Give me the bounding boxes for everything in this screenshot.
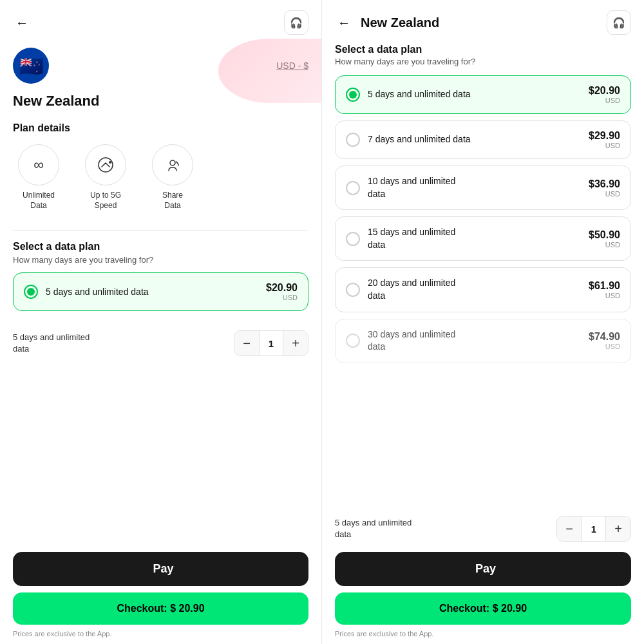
plan-item-3-price-col: $50.90 USD xyxy=(589,229,620,249)
plan-item-3-left: 15 days and unlimiteddata xyxy=(346,226,455,251)
plan-item-4-price-col: $61.90 USD xyxy=(589,280,620,299)
right-checkout-button[interactable]: Checkout: $ 20.90 xyxy=(335,592,631,625)
selected-plan-currency: USD xyxy=(266,294,298,301)
right-select-plan-subtitle: How many days are you traveling for? xyxy=(322,57,644,73)
right-quantity-value: 1 xyxy=(582,516,606,541)
plan-details-title: Plan details xyxy=(13,122,308,134)
share-data-icon xyxy=(152,144,193,185)
plan-item-3-radio xyxy=(346,232,360,246)
plan-item-4-price: $61.90 xyxy=(589,280,620,292)
quantity-decrease-button[interactable]: − xyxy=(234,331,259,355)
checkout-button[interactable]: Checkout: $ 20.90 xyxy=(13,592,308,625)
feature-5g-speed: Up to 5GSpeed xyxy=(80,144,131,211)
right-apple-pay-label: Pay xyxy=(475,562,496,576)
selected-plan-price-col: $20.90 USD xyxy=(266,282,298,301)
plan-item-3-currency: USD xyxy=(589,241,620,249)
plan-item-4-radio xyxy=(346,283,360,297)
5g-speed-label: Up to 5GSpeed xyxy=(90,191,121,211)
plan-item-0-price-col: $20.90 USD xyxy=(589,85,620,104)
selected-plan-price: $20.90 xyxy=(266,282,298,294)
select-plan-section: Select a data plan How many days are you… xyxy=(0,238,321,324)
features-row: ∞ UnlimitedData Up to 5GSpeed xyxy=(13,144,308,211)
plan-item-1-radio xyxy=(346,133,360,147)
quantity-row: 5 days and unlimiteddata − 1 + xyxy=(0,324,321,361)
right-back-button[interactable]: ← xyxy=(335,13,353,33)
plan-details-section: Plan details ∞ UnlimitedData Up to 5GSpe… xyxy=(0,116,321,222)
quantity-increase-button[interactable]: + xyxy=(283,331,308,355)
plan-item-4[interactable]: 20 days and unlimiteddata $61.90 USD xyxy=(335,267,631,312)
plan-item-1-price-col: $29.90 USD xyxy=(589,130,620,149)
feature-unlimited-data: ∞ UnlimitedData xyxy=(13,144,64,211)
prices-note: Prices are exclusive to the App. xyxy=(13,630,308,638)
right-quantity-increase-button[interactable]: + xyxy=(606,516,630,541)
flag: 🇳🇿 xyxy=(13,48,49,84)
right-quantity-label: 5 days and unlimiteddata xyxy=(335,517,412,540)
left-bottom-section: Pay Checkout: $ 20.90 Prices are exclusi… xyxy=(0,547,321,644)
selected-radio xyxy=(24,285,38,299)
plan-item-2-currency: USD xyxy=(589,190,620,198)
svg-point-0 xyxy=(99,158,113,172)
plan-item-5[interactable]: 30 days and unlimiteddata $74.90 USD xyxy=(335,319,631,363)
svg-point-2 xyxy=(170,160,175,166)
plan-item-2-name: 10 days and unlimiteddata xyxy=(368,175,455,200)
plan-item-5-left: 30 days and unlimiteddata xyxy=(346,328,455,354)
plan-item-2[interactable]: 10 days and unlimiteddata $36.90 USD xyxy=(335,166,631,210)
right-header: ← New Zealand 🎧 xyxy=(322,0,644,41)
unlimited-data-label: UnlimitedData xyxy=(23,191,55,211)
plan-item-0-radio-inner xyxy=(349,91,357,99)
selected-plan-card[interactable]: 5 days and unlimited data $20.90 USD xyxy=(13,272,308,311)
plan-item-0-price: $20.90 xyxy=(589,85,620,97)
left-panel: ← 🎧 🇳🇿 USD - $ New Zealand Plan details … xyxy=(0,0,322,644)
plan-item-1-name: 7 days and unlimited data xyxy=(368,133,471,146)
quantity-value: 1 xyxy=(259,331,283,355)
plan-list: 5 days and unlimited data $20.90 USD 7 d… xyxy=(322,73,644,509)
quantity-controls: − 1 + xyxy=(234,330,308,356)
plan-item-1-currency: USD xyxy=(589,142,620,149)
plan-item-3-price: $50.90 xyxy=(589,229,620,241)
right-title: New Zealand xyxy=(361,15,599,30)
selected-plan-name: 5 days and unlimited data xyxy=(46,287,149,297)
right-bottom-section: Pay Checkout: $ 20.90 Prices are exclusi… xyxy=(322,547,644,644)
plan-item-1-price: $29.90 xyxy=(589,130,620,142)
plan-item-1[interactable]: 7 days and unlimited data $29.90 USD xyxy=(335,120,631,159)
plan-item-5-price: $74.90 xyxy=(589,331,620,343)
plan-item-0-radio xyxy=(346,88,360,102)
selected-plan-card-left: 5 days and unlimited data xyxy=(24,285,149,299)
plan-item-4-name: 20 days and unlimiteddata xyxy=(368,277,455,302)
plan-item-0[interactable]: 5 days and unlimited data $20.90 USD xyxy=(335,75,631,114)
right-select-plan-title: Select a data plan xyxy=(322,41,644,57)
plan-item-2-radio xyxy=(346,181,360,195)
5g-speed-icon xyxy=(85,144,126,185)
plan-item-2-price: $36.90 xyxy=(589,178,620,190)
plan-item-2-price-col: $36.90 USD xyxy=(589,178,620,198)
right-apple-pay-button[interactable]: Pay xyxy=(335,552,631,586)
right-support-button[interactable]: 🎧 xyxy=(607,10,631,35)
plan-item-3[interactable]: 15 days and unlimiteddata $50.90 USD xyxy=(335,216,631,261)
selected-radio-inner xyxy=(27,288,35,296)
left-header: ← 🎧 xyxy=(0,0,321,41)
plan-item-1-left: 7 days and unlimited data xyxy=(346,133,471,147)
quantity-label: 5 days and unlimiteddata xyxy=(13,332,90,355)
plan-item-5-currency: USD xyxy=(589,343,620,350)
plan-item-0-currency: USD xyxy=(589,97,620,104)
select-plan-subtitle: How many days are you traveling for? xyxy=(13,255,308,265)
plan-item-3-name: 15 days and unlimiteddata xyxy=(368,226,455,251)
svg-point-1 xyxy=(109,161,111,164)
right-support-icon: 🎧 xyxy=(612,17,625,29)
right-quantity-controls: − 1 + xyxy=(556,516,631,542)
plan-item-5-radio xyxy=(346,334,360,348)
plan-item-5-price-col: $74.90 USD xyxy=(589,331,620,350)
decoration xyxy=(218,39,321,103)
left-back-button[interactable]: ← xyxy=(13,13,31,33)
plan-item-5-name: 30 days and unlimiteddata xyxy=(368,328,455,354)
right-prices-note: Prices are exclusive to the App. xyxy=(335,630,631,638)
plan-item-0-name: 5 days and unlimited data xyxy=(368,88,471,101)
select-plan-title: Select a data plan xyxy=(13,241,308,252)
apple-pay-label: Pay xyxy=(153,562,173,576)
right-quantity-decrease-button[interactable]: − xyxy=(557,516,582,541)
feature-share-data: ShareData xyxy=(147,144,198,211)
left-support-icon: 🎧 xyxy=(290,17,303,29)
plan-item-2-left: 10 days and unlimiteddata xyxy=(346,175,455,200)
left-support-button[interactable]: 🎧 xyxy=(284,10,308,35)
apple-pay-button[interactable]: Pay xyxy=(13,552,308,586)
